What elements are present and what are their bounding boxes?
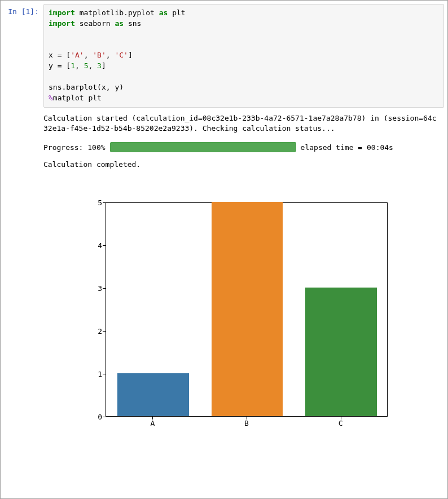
elapsed-time: elapsed time = 00:04s: [301, 143, 393, 152]
ytick-mark: [103, 245, 106, 246]
progress-bar-fill: [111, 143, 296, 152]
plot-box: [106, 202, 388, 417]
ytick-label: 1: [77, 370, 102, 378]
progress-bar: [110, 142, 296, 152]
code-input[interactable]: import matplotlib.pyplot as plt import s…: [43, 4, 444, 108]
prompt-label: In [1]:: [8, 7, 39, 16]
output-status: Calculation started (calculation_id=08c3…: [43, 108, 444, 135]
chart-output: 012345ABC: [43, 169, 444, 434]
xtick-label: C: [339, 419, 343, 427]
completed-text: Calculation completed.: [43, 160, 140, 169]
ytick-label: 2: [77, 327, 102, 335]
chart-bar: [212, 202, 283, 416]
bar-chart: 012345ABC: [77, 202, 393, 434]
ytick-mark: [103, 288, 106, 289]
xtick-label: B: [244, 419, 249, 427]
chart-bar: [117, 373, 189, 416]
input-row: In [1]: import matplotlib.pyplot as plt …: [4, 4, 444, 108]
ytick-label: 4: [77, 241, 102, 250]
ytick-mark: [103, 331, 106, 332]
progress-label: Progress: 100%: [43, 143, 106, 152]
input-prompt: In [1]:: [4, 4, 43, 16]
ytick-mark: [103, 374, 106, 374]
ytick-mark: [103, 202, 106, 203]
ytick-mark: [103, 417, 106, 417]
chart-bar: [305, 288, 377, 416]
ytick-label: 0: [77, 413, 102, 421]
xtick-label: A: [150, 419, 155, 427]
ytick-label: 3: [77, 284, 102, 293]
output-completed: Calculation completed.: [43, 152, 444, 169]
ytick-label: 5: [77, 198, 102, 207]
notebook-cell: In [1]: import matplotlib.pyplot as plt …: [0, 0, 448, 499]
status-text: Calculation started (calculation_id=08c3…: [43, 114, 437, 133]
progress-row: Progress: 100% elapsed time = 00:04s: [43, 134, 444, 152]
